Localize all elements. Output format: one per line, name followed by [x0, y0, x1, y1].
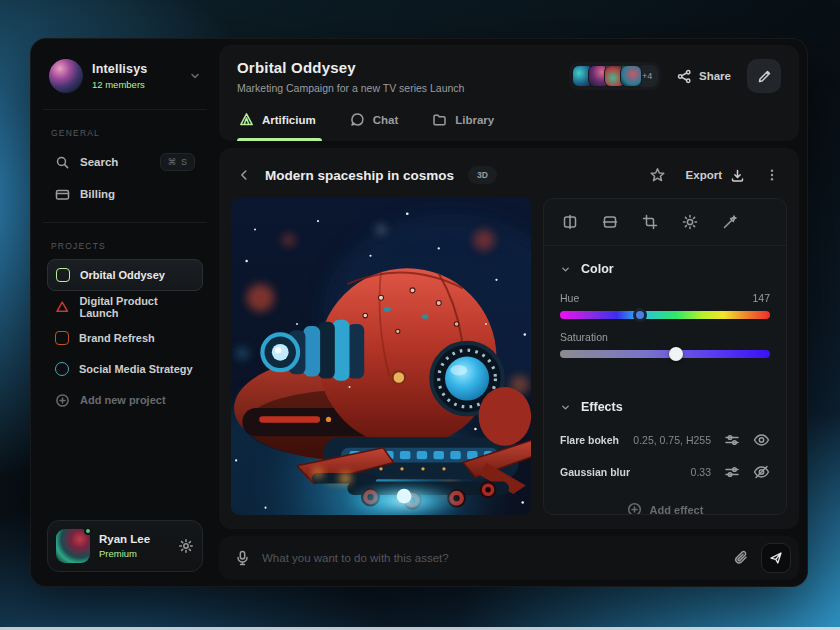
add-new-project-button[interactable]: Add new project	[47, 385, 203, 415]
saturation-label: Saturation	[560, 331, 608, 343]
add-effect-button[interactable]: Add effect	[560, 488, 770, 515]
more-options-kebab-icon[interactable]	[765, 168, 779, 182]
billing-icon	[55, 187, 70, 202]
flip-horizontal-icon[interactable]	[562, 214, 578, 230]
artificium-logo-icon	[239, 112, 254, 127]
project-subtitle: Marketing Campaign for a new TV series L…	[237, 82, 464, 94]
project-label: Orbital Oddysey	[80, 269, 165, 281]
plus-circle-icon	[627, 502, 642, 515]
member-avatars[interactable]: +4	[569, 62, 661, 90]
crop-icon[interactable]	[642, 214, 658, 230]
search-label: Search	[80, 156, 150, 168]
effect-value: 0.33	[691, 466, 711, 478]
hue-label: Hue	[560, 292, 579, 304]
share-button[interactable]: Share	[677, 69, 731, 84]
project-square-icon	[56, 268, 70, 282]
tab-label: Chat	[373, 114, 399, 126]
microphone-icon[interactable]	[235, 550, 250, 566]
project-title: Orbital Oddysey	[237, 59, 464, 76]
brightness-icon[interactable]	[682, 214, 698, 230]
share-icon	[677, 69, 692, 84]
effect-row-flare-bokeh: Flare bokeh 0.25, 0.75, H255	[560, 424, 770, 456]
sidebar-item-project-brand-refresh[interactable]: Brand Refresh	[47, 323, 203, 353]
adjustments-panel: Color Hue 147 Saturation	[543, 198, 787, 515]
billing-label: Billing	[80, 188, 195, 200]
sidebar-item-project-digital-product-launch[interactable]: Digital Product Launch	[47, 292, 203, 322]
asset-type-badge: 3D	[468, 166, 497, 184]
saturation-slider[interactable]	[560, 350, 770, 358]
eye-visible-icon[interactable]	[753, 432, 770, 448]
sidebar-item-search[interactable]: Search ⌘ S	[47, 146, 203, 178]
send-button[interactable]	[761, 543, 791, 573]
effects-section-title: Effects	[581, 400, 623, 414]
project-circle-icon	[55, 362, 69, 376]
sidebar-item-project-social-media-strategy[interactable]: Social Media Strategy	[47, 354, 203, 384]
hue-slider[interactable]	[560, 311, 770, 319]
org-switcher[interactable]: Intellisys 12 members	[47, 53, 203, 105]
search-icon	[55, 155, 70, 170]
magic-wand-icon[interactable]	[722, 214, 738, 230]
general-section-label: GENERAL	[51, 128, 199, 138]
chevron-down-icon[interactable]	[560, 402, 571, 413]
user-name: Ryan Lee	[99, 533, 169, 545]
tab-bar: Artificium Chat Library	[237, 112, 781, 141]
flip-vertical-icon[interactable]	[602, 214, 618, 230]
export-button[interactable]: Export	[686, 168, 745, 183]
sidebar: Intellisys 12 members GENERAL Search ⌘ S…	[37, 45, 213, 580]
chat-bubble-icon	[350, 112, 365, 127]
divider	[43, 222, 207, 223]
project-label: Brand Refresh	[79, 332, 155, 344]
tab-label: Library	[455, 114, 494, 126]
user-plan-badge: Premium	[99, 548, 169, 559]
org-members-count: 12 members	[92, 79, 180, 90]
favorite-star-icon[interactable]	[649, 167, 666, 184]
tab-library[interactable]: Library	[432, 112, 494, 141]
divider	[43, 109, 207, 110]
project-triangle-icon	[55, 300, 69, 314]
chevron-down-icon[interactable]	[560, 264, 571, 275]
edit-button[interactable]	[747, 59, 781, 93]
prompt-input[interactable]	[262, 552, 721, 564]
settings-gear-icon[interactable]	[178, 538, 194, 554]
eye-hidden-icon[interactable]	[753, 464, 770, 480]
saturation-slider-handle[interactable]	[669, 347, 683, 361]
prompt-bar	[219, 536, 799, 580]
adjust-sliders-icon[interactable]	[724, 432, 740, 448]
edit-pencil-icon	[757, 69, 772, 84]
effect-value: 0.25, 0.75, H255	[633, 434, 711, 446]
add-effect-label: Add effect	[650, 504, 704, 516]
color-section: Color Hue 147 Saturation	[544, 246, 786, 378]
color-section-title: Color	[581, 262, 614, 276]
share-label: Share	[699, 70, 731, 82]
tab-artificium[interactable]: Artificium	[239, 112, 316, 141]
project-header: Orbital Oddysey Marketing Campaign for a…	[219, 45, 799, 141]
user-avatar	[56, 529, 90, 563]
asset-title: Modern spaceship in cosmos	[265, 168, 454, 183]
hue-slider-handle[interactable]	[633, 308, 647, 322]
effect-name: Flare bokeh	[560, 434, 620, 446]
attachment-paperclip-icon[interactable]	[733, 550, 749, 566]
sidebar-item-project-orbital-oddysey[interactable]: Orbital Oddysey	[47, 259, 203, 291]
tab-label: Artificium	[262, 114, 316, 126]
adjust-sliders-icon[interactable]	[724, 464, 740, 480]
chevron-down-icon	[189, 70, 201, 82]
sidebar-item-billing[interactable]: Billing	[47, 178, 203, 210]
export-label: Export	[686, 169, 722, 181]
effects-section: Effects Flare bokeh 0.25, 0.75, H255 Gau…	[544, 384, 786, 515]
library-folder-icon	[432, 112, 447, 127]
member-avatar	[620, 65, 642, 87]
search-shortcut-badge: ⌘ S	[160, 153, 195, 171]
tab-chat[interactable]: Chat	[350, 112, 399, 141]
asset-image-spaceship[interactable]	[231, 198, 531, 515]
org-avatar	[49, 59, 83, 93]
image-tools-toolbar	[544, 199, 786, 246]
app-window: Intellisys 12 members GENERAL Search ⌘ S…	[30, 38, 808, 587]
add-project-label: Add new project	[80, 394, 166, 406]
project-label: Social Media Strategy	[79, 363, 193, 375]
online-status-dot	[84, 527, 92, 535]
send-plane-icon	[769, 551, 783, 565]
back-button[interactable]	[237, 168, 251, 182]
plus-circle-icon	[55, 393, 70, 408]
effect-row-gaussian-blur: Gaussian blur 0.33	[560, 456, 770, 488]
user-profile-card[interactable]: Ryan Lee Premium	[47, 520, 203, 572]
